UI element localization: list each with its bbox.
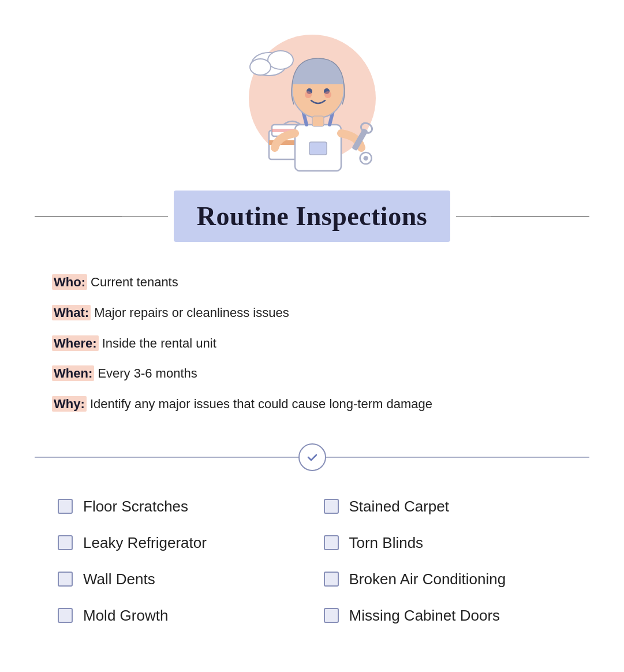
checkbox-icon bbox=[58, 608, 73, 623]
svg-point-18 bbox=[305, 91, 312, 98]
text-where: Inside the rental unit bbox=[102, 336, 216, 350]
title-line-left bbox=[35, 216, 133, 217]
label-when: When: bbox=[52, 365, 94, 381]
checklist-text: Missing Cabinet Doors bbox=[349, 607, 500, 625]
checklist-text: Wall Dents bbox=[83, 570, 155, 588]
checklist-text: Broken Air Conditioning bbox=[349, 570, 506, 588]
list-item: Missing Cabinet Doors bbox=[312, 598, 578, 634]
checkbox-icon bbox=[324, 572, 339, 587]
list-item: Stained Carpet bbox=[312, 488, 578, 525]
checklist-grid: Floor Scratches Stained Carpet Leaky Ref… bbox=[35, 488, 589, 634]
label-where: Where: bbox=[52, 335, 99, 351]
hero-area bbox=[35, 17, 589, 191]
text-why: Identify any major issues that could cau… bbox=[90, 397, 432, 411]
title-banner: Routine Inspections bbox=[174, 191, 450, 242]
checklist-text: Floor Scratches bbox=[83, 498, 188, 516]
info-row-when: When: Every 3-6 months bbox=[52, 365, 572, 383]
info-row-why: Why: Identify any major issues that coul… bbox=[52, 395, 572, 413]
checklist-text: Mold Growth bbox=[83, 607, 168, 625]
label-what: What: bbox=[52, 305, 91, 320]
svg-rect-10 bbox=[309, 142, 327, 155]
checkmark-icon bbox=[305, 450, 319, 464]
checklist-text: Stained Carpet bbox=[349, 498, 449, 516]
page-title: Routine Inspections bbox=[197, 201, 427, 232]
checkbox-icon bbox=[58, 572, 73, 587]
list-item: Leaky Refrigerator bbox=[46, 525, 312, 561]
list-item: Mold Growth bbox=[46, 598, 312, 634]
checkbox-icon bbox=[324, 535, 339, 550]
list-item: Wall Dents bbox=[46, 561, 312, 598]
svg-rect-20 bbox=[312, 116, 324, 126]
page-container: Routine Inspections Who: Current tenants… bbox=[0, 0, 624, 672]
text-what: Major repairs or cleanliness issues bbox=[94, 305, 289, 320]
list-item: Torn Blinds bbox=[312, 525, 578, 561]
title-line-right bbox=[491, 216, 590, 217]
checkbox-icon bbox=[324, 499, 339, 514]
divider-section bbox=[35, 443, 589, 471]
text-when: Every 3-6 months bbox=[98, 366, 197, 380]
cloud-icon bbox=[250, 51, 293, 76]
svg-point-1 bbox=[268, 51, 293, 69]
checkbox-icon bbox=[324, 608, 339, 623]
info-row-where: Where: Inside the rental unit bbox=[52, 335, 572, 353]
label-why: Why: bbox=[52, 396, 87, 412]
svg-point-2 bbox=[250, 59, 271, 75]
checklist-text: Leaky Refrigerator bbox=[83, 534, 207, 552]
info-row-who: Who: Current tenants bbox=[52, 274, 572, 292]
info-row-what: What: Major repairs or cleanliness issue… bbox=[52, 304, 572, 322]
character-illustration bbox=[226, 27, 399, 191]
checklist-text: Torn Blinds bbox=[349, 534, 424, 552]
svg-point-14 bbox=[363, 155, 369, 162]
list-item: Broken Air Conditioning bbox=[312, 561, 578, 598]
checkbox-icon bbox=[58, 535, 73, 550]
title-wrapper: Routine Inspections bbox=[35, 191, 589, 242]
info-section: Who: Current tenants What: Major repairs… bbox=[35, 259, 589, 432]
text-who: Current tenants bbox=[91, 275, 178, 289]
checkbox-icon bbox=[58, 499, 73, 514]
svg-point-19 bbox=[324, 91, 331, 98]
label-who: Who: bbox=[52, 274, 87, 290]
list-item: Floor Scratches bbox=[46, 488, 312, 525]
check-circle bbox=[298, 443, 326, 471]
